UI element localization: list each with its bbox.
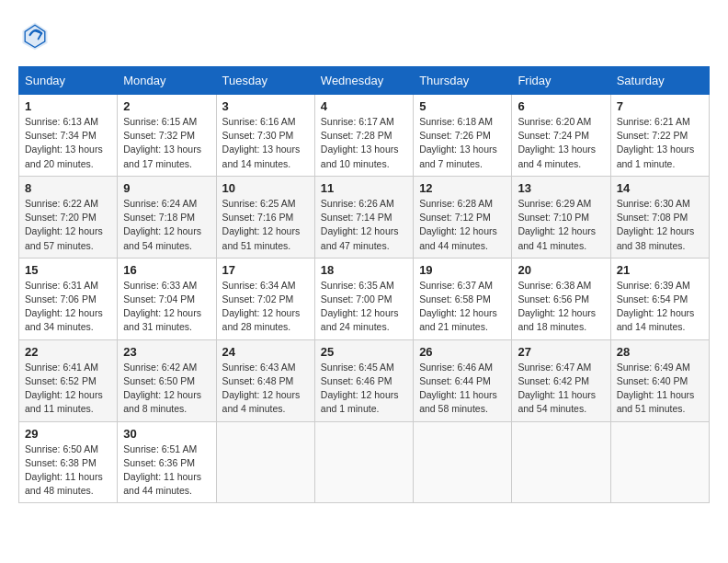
- col-saturday: Saturday: [610, 67, 709, 95]
- day-number: 11: [321, 181, 407, 195]
- calendar-row: 8 Sunrise: 6:22 AM Sunset: 7:20 PM Dayli…: [19, 176, 710, 258]
- day-number: 15: [25, 263, 111, 277]
- day-number: 21: [617, 263, 703, 277]
- day-number: 1: [25, 99, 111, 113]
- table-row: 9 Sunrise: 6:24 AM Sunset: 7:18 PM Dayli…: [118, 176, 216, 258]
- day-info: Sunrise: 6:45 AM Sunset: 6:46 PM Dayligh…: [321, 361, 407, 417]
- table-row: 25 Sunrise: 6:45 AM Sunset: 6:46 PM Dayl…: [314, 339, 413, 421]
- table-row: 18 Sunrise: 6:35 AM Sunset: 7:00 PM Dayl…: [314, 258, 413, 339]
- table-row: 12 Sunrise: 6:28 AM Sunset: 7:12 PM Dayl…: [414, 176, 512, 258]
- day-number: 2: [123, 99, 210, 113]
- day-number: 4: [321, 99, 407, 113]
- table-row: 28 Sunrise: 6:49 AM Sunset: 6:40 PM Dayl…: [610, 339, 709, 421]
- day-number: 20: [518, 263, 604, 277]
- table-row: 30 Sunrise: 6:51 AM Sunset: 6:36 PM Dayl…: [118, 421, 216, 503]
- table-row: 16 Sunrise: 6:33 AM Sunset: 7:04 PM Dayl…: [118, 258, 216, 339]
- day-number: 12: [419, 181, 506, 195]
- table-row: [610, 421, 709, 503]
- day-info: Sunrise: 6:47 AM Sunset: 6:42 PM Dayligh…: [518, 361, 604, 417]
- calendar-table: Sunday Monday Tuesday Wednesday Thursday…: [18, 66, 710, 503]
- day-number: 18: [321, 263, 407, 277]
- day-info: Sunrise: 6:22 AM Sunset: 7:20 PM Dayligh…: [25, 197, 111, 253]
- col-monday: Monday: [118, 67, 216, 95]
- day-number: 8: [25, 181, 111, 195]
- day-info: Sunrise: 6:24 AM Sunset: 7:18 PM Dayligh…: [123, 197, 210, 253]
- day-number: 16: [123, 263, 210, 277]
- day-info: Sunrise: 6:50 AM Sunset: 6:38 PM Dayligh…: [25, 442, 111, 499]
- day-info: Sunrise: 6:46 AM Sunset: 6:44 PM Dayligh…: [419, 361, 506, 417]
- day-info: Sunrise: 6:21 AM Sunset: 7:22 PM Dayligh…: [617, 115, 703, 171]
- logo-icon: [18, 18, 51, 52]
- day-number: 9: [123, 181, 210, 195]
- svg-marker-0: [23, 23, 48, 51]
- table-row: 17 Sunrise: 6:34 AM Sunset: 7:02 PM Dayl…: [216, 258, 314, 339]
- table-row: 24 Sunrise: 6:43 AM Sunset: 6:48 PM Dayl…: [216, 339, 314, 421]
- table-row: 5 Sunrise: 6:18 AM Sunset: 7:26 PM Dayli…: [414, 95, 512, 177]
- table-row: 8 Sunrise: 6:22 AM Sunset: 7:20 PM Dayli…: [19, 176, 118, 258]
- day-info: Sunrise: 6:37 AM Sunset: 6:58 PM Dayligh…: [419, 279, 506, 335]
- day-info: Sunrise: 6:42 AM Sunset: 6:50 PM Dayligh…: [123, 361, 210, 417]
- day-info: Sunrise: 6:29 AM Sunset: 7:10 PM Dayligh…: [518, 197, 604, 253]
- day-info: Sunrise: 6:17 AM Sunset: 7:28 PM Dayligh…: [321, 115, 407, 171]
- table-row: 20 Sunrise: 6:38 AM Sunset: 6:56 PM Dayl…: [512, 258, 610, 339]
- calendar-row: 22 Sunrise: 6:41 AM Sunset: 6:52 PM Dayl…: [19, 339, 710, 421]
- table-row: [216, 421, 314, 503]
- table-row: 1 Sunrise: 6:13 AM Sunset: 7:34 PM Dayli…: [19, 95, 118, 177]
- table-row: 27 Sunrise: 6:47 AM Sunset: 6:42 PM Dayl…: [512, 339, 610, 421]
- table-row: 2 Sunrise: 6:15 AM Sunset: 7:32 PM Dayli…: [118, 95, 216, 177]
- col-sunday: Sunday: [19, 67, 118, 95]
- day-number: 3: [222, 99, 309, 113]
- day-number: 25: [321, 345, 407, 359]
- day-info: Sunrise: 6:20 AM Sunset: 7:24 PM Dayligh…: [518, 115, 604, 171]
- calendar-row: 1 Sunrise: 6:13 AM Sunset: 7:34 PM Dayli…: [19, 95, 710, 177]
- col-tuesday: Tuesday: [216, 67, 314, 95]
- calendar-row: 29 Sunrise: 6:50 AM Sunset: 6:38 PM Dayl…: [19, 421, 710, 503]
- day-number: 6: [518, 99, 604, 113]
- day-info: Sunrise: 6:18 AM Sunset: 7:26 PM Dayligh…: [419, 115, 506, 171]
- day-number: 27: [518, 345, 604, 359]
- logo: [18, 18, 57, 52]
- table-row: 22 Sunrise: 6:41 AM Sunset: 6:52 PM Dayl…: [19, 339, 118, 421]
- calendar-row: 15 Sunrise: 6:31 AM Sunset: 7:06 PM Dayl…: [19, 258, 710, 339]
- day-number: 5: [419, 99, 506, 113]
- day-number: 19: [419, 263, 506, 277]
- day-info: Sunrise: 6:43 AM Sunset: 6:48 PM Dayligh…: [222, 361, 309, 417]
- table-row: 23 Sunrise: 6:42 AM Sunset: 6:50 PM Dayl…: [118, 339, 216, 421]
- day-info: Sunrise: 6:30 AM Sunset: 7:08 PM Dayligh…: [617, 197, 703, 253]
- table-row: 13 Sunrise: 6:29 AM Sunset: 7:10 PM Dayl…: [512, 176, 610, 258]
- table-row: 3 Sunrise: 6:16 AM Sunset: 7:30 PM Dayli…: [216, 95, 314, 177]
- table-row: 19 Sunrise: 6:37 AM Sunset: 6:58 PM Dayl…: [414, 258, 512, 339]
- calendar-header-row: Sunday Monday Tuesday Wednesday Thursday…: [19, 67, 710, 95]
- day-info: Sunrise: 6:33 AM Sunset: 7:04 PM Dayligh…: [123, 279, 210, 335]
- table-row: 26 Sunrise: 6:46 AM Sunset: 6:44 PM Dayl…: [414, 339, 512, 421]
- day-number: 28: [617, 345, 703, 359]
- col-thursday: Thursday: [414, 67, 512, 95]
- day-number: 30: [123, 427, 210, 441]
- day-info: Sunrise: 6:25 AM Sunset: 7:16 PM Dayligh…: [222, 197, 309, 253]
- table-row: 14 Sunrise: 6:30 AM Sunset: 7:08 PM Dayl…: [610, 176, 709, 258]
- table-row: [512, 421, 610, 503]
- page-header: [18, 18, 710, 52]
- table-row: 7 Sunrise: 6:21 AM Sunset: 7:22 PM Dayli…: [610, 95, 709, 177]
- day-number: 13: [518, 181, 604, 195]
- day-number: 29: [25, 427, 111, 441]
- table-row: [414, 421, 512, 503]
- day-number: 7: [617, 99, 703, 113]
- day-number: 26: [419, 345, 506, 359]
- table-row: 6 Sunrise: 6:20 AM Sunset: 7:24 PM Dayli…: [512, 95, 610, 177]
- day-info: Sunrise: 6:13 AM Sunset: 7:34 PM Dayligh…: [25, 115, 111, 171]
- day-number: 23: [123, 345, 210, 359]
- day-number: 10: [222, 181, 309, 195]
- table-row: 21 Sunrise: 6:39 AM Sunset: 6:54 PM Dayl…: [610, 258, 709, 339]
- day-number: 24: [222, 345, 309, 359]
- day-info: Sunrise: 6:16 AM Sunset: 7:30 PM Dayligh…: [222, 115, 309, 171]
- table-row: 15 Sunrise: 6:31 AM Sunset: 7:06 PM Dayl…: [19, 258, 118, 339]
- day-info: Sunrise: 6:15 AM Sunset: 7:32 PM Dayligh…: [123, 115, 210, 171]
- day-info: Sunrise: 6:51 AM Sunset: 6:36 PM Dayligh…: [123, 442, 210, 499]
- day-info: Sunrise: 6:26 AM Sunset: 7:14 PM Dayligh…: [321, 197, 407, 253]
- day-info: Sunrise: 6:34 AM Sunset: 7:02 PM Dayligh…: [222, 279, 309, 335]
- day-number: 17: [222, 263, 309, 277]
- day-info: Sunrise: 6:41 AM Sunset: 6:52 PM Dayligh…: [25, 361, 111, 417]
- table-row: 4 Sunrise: 6:17 AM Sunset: 7:28 PM Dayli…: [314, 95, 413, 177]
- day-info: Sunrise: 6:35 AM Sunset: 7:00 PM Dayligh…: [321, 279, 407, 335]
